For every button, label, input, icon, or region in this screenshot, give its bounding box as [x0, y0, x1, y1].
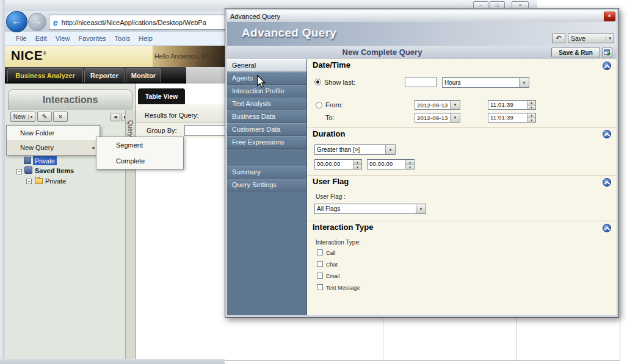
section-divider	[307, 175, 617, 176]
tab-reporter[interactable]: Reporter	[84, 68, 125, 82]
dialog-sidebar: General Agents Interaction Profile Text …	[227, 59, 307, 315]
checkbox-email[interactable]	[317, 273, 323, 279]
interaction-type-label: Interaction Type:	[316, 239, 361, 246]
user-flag-combo[interactable]: All Flags ▼	[314, 204, 426, 214]
spin-up-icon[interactable]: ▲	[353, 160, 361, 164]
new-button[interactable]: New ▾	[10, 112, 35, 122]
nav-business-data[interactable]: Business Data	[227, 110, 306, 123]
collapse-box[interactable]: −	[16, 169, 22, 174]
nav-customers-data[interactable]: Customers Data	[227, 123, 306, 136]
sidebar-gap	[227, 149, 306, 166]
group-by-combo[interactable]	[184, 125, 227, 136]
menu-help[interactable]: Help	[139, 35, 153, 42]
menu-item-new-folder[interactable]: New Folder	[7, 126, 100, 140]
nav-general[interactable]: General	[227, 59, 306, 72]
dialog-content: Date/Time Show last: Hours ▼ From: To: 2…	[307, 59, 617, 315]
section-title-duration: Duration	[313, 129, 345, 138]
show-last-radio[interactable]	[314, 79, 321, 85]
nav-agents[interactable]: Agents	[227, 72, 306, 85]
edit-button[interactable]: ✎	[37, 112, 52, 122]
collapse-duration-icon[interactable]	[603, 130, 611, 138]
undo-button[interactable]: ↶	[552, 33, 565, 43]
save-button[interactable]: Save ▾	[568, 33, 614, 43]
tab-business-analyzer[interactable]: Business Analyzer	[7, 68, 83, 82]
menu-item-new-query[interactable]: New Query ▸	[7, 140, 100, 155]
to-time-spinner[interactable]: 11:01:39 ▲▼	[488, 113, 536, 123]
menu-file[interactable]: File	[16, 35, 27, 42]
collapse-datetime-icon[interactable]	[603, 62, 611, 70]
dialog-titlebar: Advanced Query ×	[227, 10, 617, 22]
menu-edit[interactable]: Edit	[35, 35, 47, 42]
dropdown-icon[interactable]: ▼	[416, 204, 426, 213]
section-divider	[307, 221, 617, 221]
address-bar[interactable]: e http://niceascti/NiceApplications/Desk…	[49, 15, 226, 30]
dropdown-icon[interactable]: ▼	[385, 145, 395, 154]
submenu-arrow-icon: ▸	[92, 145, 95, 151]
menu-item-segment[interactable]: Segment	[96, 137, 183, 153]
run-icon-button[interactable]	[602, 48, 612, 57]
query-name: New Complete Query	[227, 46, 537, 59]
show-last-input[interactable]	[405, 77, 437, 87]
saved-items-icon	[24, 166, 32, 174]
checkbox-text-message[interactable]	[317, 284, 323, 290]
show-last-label: Show last:	[324, 79, 355, 86]
unit-combo[interactable]: Hours ▼	[442, 77, 529, 88]
dialog-heading: Advanced Query	[242, 26, 336, 40]
duration-operator-combo[interactable]: Greater than [>] ▼	[314, 145, 396, 155]
tree-item-private-selected[interactable]: Private	[33, 156, 57, 165]
dropdown-icon[interactable]: ▼	[450, 113, 460, 122]
browser-frame-left	[0, 0, 5, 364]
menu-view[interactable]: View	[56, 35, 70, 42]
spin-down-icon[interactable]: ▼	[405, 164, 414, 169]
spin-up-icon[interactable]: ▲	[405, 160, 414, 164]
context-menu: New Folder New Query ▸	[6, 125, 100, 155]
delete-button[interactable]: ×	[53, 112, 68, 122]
query-item-icon	[24, 157, 31, 164]
checkbox-chat[interactable]	[317, 261, 323, 267]
tab-table-view[interactable]: Table View	[138, 88, 185, 104]
tab-monitor[interactable]: Monitor	[126, 68, 161, 82]
save-and-run-button[interactable]: Save & Run	[551, 48, 600, 57]
app-tabstrip: Business Analyzer Reporter Monitor	[5, 67, 225, 84]
menu-tools[interactable]: Tools	[115, 35, 131, 42]
nav-text-analysis[interactable]: Text Analysis	[227, 98, 306, 110]
nav-query-settings[interactable]: Query Settings	[227, 179, 306, 191]
checkbox-call[interactable]	[317, 249, 323, 255]
dialog-body: General Agents Interaction Profile Text …	[227, 59, 617, 315]
forward-button[interactable]: →	[28, 13, 46, 31]
banner: NICE® Hello Anderson, Michael	[5, 46, 225, 67]
nav-interaction-profile[interactable]: Interaction Profile	[227, 85, 306, 98]
duration-min-spinner[interactable]: 00:00:00 ▲▼	[314, 159, 362, 170]
spin-down-icon[interactable]: ▼	[527, 105, 535, 110]
panel-prev-button[interactable]: ◀	[111, 113, 120, 121]
to-date-picker[interactable]: 2012-09-13 ▼	[415, 113, 460, 123]
spin-down-icon[interactable]: ▼	[527, 118, 535, 123]
close-icon: ×	[608, 13, 611, 19]
menu-favorites[interactable]: Favorites	[78, 35, 106, 42]
dropdown-icon[interactable]: ▼	[519, 78, 529, 87]
from-date-picker[interactable]: 2012-09-13 ▼	[415, 100, 460, 110]
results-header: Results for Query:	[136, 104, 225, 123]
back-button[interactable]: ←	[6, 11, 27, 32]
close-dialog-button[interactable]: ×	[604, 12, 615, 21]
from-time-spinner[interactable]: 11:01:39 ▲▼	[488, 100, 536, 110]
expand-box[interactable]: +	[26, 179, 32, 184]
collapse-interaction-type-icon[interactable]	[603, 224, 611, 232]
tabstrip-end	[186, 67, 225, 84]
tree-item-saved-items[interactable]: Saved Items	[35, 167, 74, 174]
nav-summary[interactable]: Summary	[227, 166, 306, 179]
save-dropdown-icon: ▾	[606, 36, 611, 41]
collapse-user-flag-icon[interactable]	[603, 178, 611, 187]
tree-item-private-child[interactable]: Private	[45, 177, 66, 185]
spin-down-icon[interactable]: ▼	[353, 164, 361, 169]
new-dropdown-icon: ▾	[28, 115, 33, 120]
duration-max-spinner[interactable]: 00:00:00 ▲▼	[367, 159, 415, 170]
checkbox-text-message-label: Text Message	[326, 285, 360, 291]
menu-item-complete[interactable]: Complete	[96, 153, 183, 169]
checkbox-email-label: Email	[326, 273, 340, 279]
dropdown-icon[interactable]: ▼	[450, 101, 460, 109]
section-title-datetime: Date/Time	[313, 60, 350, 70]
section-divider	[307, 127, 617, 128]
nav-free-expressions[interactable]: Free Expressions	[227, 136, 306, 149]
from-radio[interactable]	[316, 102, 322, 109]
